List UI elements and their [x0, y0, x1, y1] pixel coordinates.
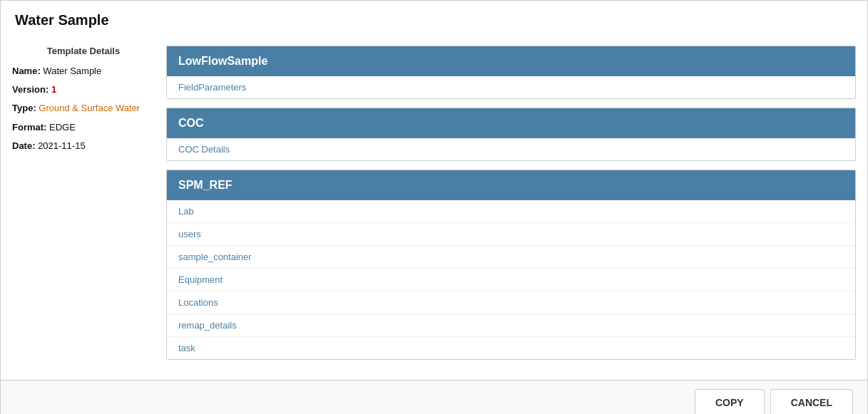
section-item[interactable]: sample_container — [167, 246, 855, 269]
section-header-coc: COC — [167, 108, 855, 138]
section-item[interactable]: Locations — [167, 291, 855, 314]
detail-date-value: 2021-11-15 — [38, 140, 86, 151]
section-items-lowflow: FieldParameters — [167, 76, 855, 98]
dialog-footer: COPY CANCEL — [1, 380, 867, 414]
section-items-spm_ref: Labuserssample_containerEquipmentLocatio… — [167, 200, 855, 359]
detail-date: Date: 2021-11-15 — [12, 140, 155, 152]
detail-format-label: Format: — [12, 122, 49, 133]
detail-format: Format: EDGE — [12, 121, 155, 134]
section-spm_ref: SPM_REFLabuserssample_containerEquipment… — [166, 170, 856, 360]
section-header-lowflow: LowFlowSample — [167, 46, 855, 76]
section-item[interactable]: Lab — [167, 200, 855, 223]
section-item[interactable]: users — [167, 223, 855, 246]
template-details-label: Template Details — [12, 46, 155, 56]
detail-type-value: Ground & Surface Water — [39, 103, 140, 113]
section-item[interactable]: COC Details — [167, 138, 855, 160]
section-items-coc: COC Details — [167, 138, 855, 160]
right-panel: LowFlowSampleFieldParametersCOCCOC Detai… — [166, 46, 856, 368]
section-item[interactable]: task — [167, 337, 855, 359]
left-panel: Template Details Name: Water Sample Vers… — [12, 46, 155, 368]
detail-name-value: Water Sample — [43, 66, 101, 76]
section-item[interactable]: remap_details — [167, 314, 855, 337]
detail-format-value: EDGE — [49, 122, 76, 133]
section-header-spm_ref: SPM_REF — [167, 170, 855, 200]
detail-type: Type: Ground & Surface Water — [12, 102, 155, 115]
detail-name-label: Name: — [12, 66, 43, 76]
section-item[interactable]: FieldParameters — [167, 76, 855, 98]
section-lowflow: LowFlowSampleFieldParameters — [166, 46, 856, 99]
detail-name: Name: Water Sample — [12, 65, 155, 78]
section-item[interactable]: Equipment — [167, 269, 855, 291]
dialog-title: Water Sample — [1, 1, 867, 34]
dialog-body: Template Details Name: Water Sample Vers… — [1, 34, 867, 380]
section-coc: COCCOC Details — [166, 108, 856, 161]
cancel-button[interactable]: CANCEL — [770, 389, 853, 414]
dialog: Water Sample Template Details Name: Wate… — [0, 0, 868, 414]
detail-type-label: Type: — [12, 103, 39, 113]
detail-version-value: 1 — [51, 84, 56, 95]
copy-button[interactable]: COPY — [695, 389, 765, 414]
detail-version-label: Version: — [12, 84, 51, 95]
detail-date-label: Date: — [12, 140, 38, 151]
detail-version: Version: 1 — [12, 83, 155, 96]
